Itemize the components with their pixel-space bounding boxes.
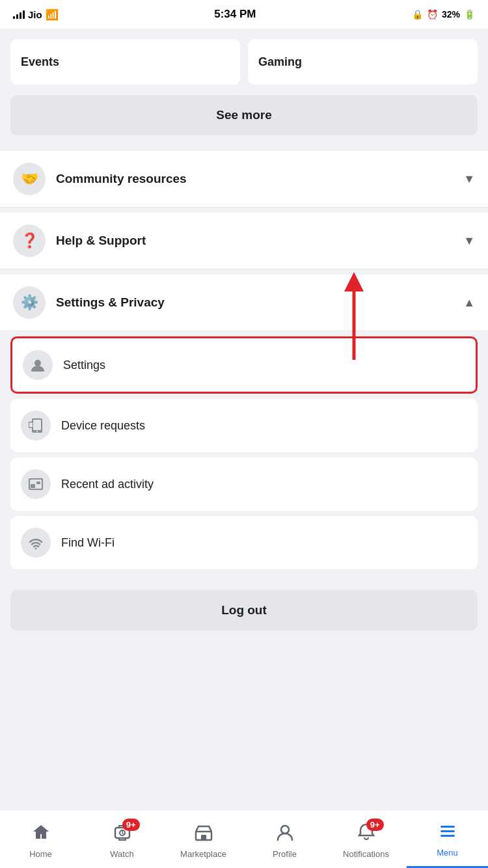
top-cards-row: Events Gaming <box>0 29 488 85</box>
lock-icon: 🔒 <box>412 9 423 20</box>
community-icon: 🤝 <box>13 163 46 195</box>
device-requests-label: Device requests <box>61 419 145 433</box>
battery-label: 32% <box>442 9 460 20</box>
svg-point-19 <box>281 826 289 834</box>
nav-home[interactable]: Home <box>0 810 81 868</box>
community-header[interactable]: 🤝 Community resources ▼ <box>0 151 488 207</box>
logout-section: Log out <box>0 580 488 641</box>
signal-icon <box>13 10 25 19</box>
nav-watch[interactable]: 9+ Watch <box>81 810 163 868</box>
main-content: Events Gaming See more 🤝 Community resou… <box>0 29 488 719</box>
svg-rect-20 <box>441 826 455 828</box>
help-title: Help & Support <box>56 234 463 248</box>
find-wifi-label: Find Wi-Fi <box>61 536 115 550</box>
status-right: 🔒 ⏰ 32% 🔋 <box>412 9 475 20</box>
notifications-label: Notifications <box>343 849 389 859</box>
settings-item-label: Settings <box>63 359 105 372</box>
watch-label: Watch <box>110 849 133 859</box>
nav-notifications[interactable]: 9+ Notifications <box>325 810 407 868</box>
community-title: Community resources <box>56 172 463 186</box>
svg-rect-21 <box>441 830 455 832</box>
help-section: ❓ Help & Support ▼ <box>0 213 488 269</box>
settings-item-icon <box>23 350 53 380</box>
alarm-icon: ⏰ <box>427 9 438 20</box>
svg-rect-5 <box>33 420 41 430</box>
svg-rect-8 <box>29 423 33 427</box>
nav-marketplace[interactable]: Marketplace <box>163 810 244 868</box>
marketplace-icon <box>194 822 213 847</box>
help-icon: ❓ <box>13 224 46 257</box>
divider-1 <box>0 146 488 151</box>
settings-section-icon: ⚙️ <box>13 286 46 319</box>
logout-button[interactable]: Log out <box>10 590 478 631</box>
recent-ad-icon <box>21 469 51 499</box>
svg-point-1 <box>34 360 41 366</box>
notifications-icon: 9+ <box>357 822 376 847</box>
help-header[interactable]: ❓ Help & Support ▼ <box>0 213 488 269</box>
recent-ad-item[interactable]: Recent ad activity <box>10 457 478 511</box>
wifi-icon: 📶 <box>46 8 59 21</box>
menu-label: Menu <box>437 848 458 858</box>
bottom-nav: Home 9+ Watch Marketplace <box>0 809 488 868</box>
settings-item[interactable]: Settings <box>10 336 478 394</box>
status-bar: Jio 📶 5:34 PM 🔒 ⏰ 32% 🔋 <box>0 0 488 29</box>
gaming-card[interactable]: Gaming <box>248 39 478 85</box>
notifications-badge: 9+ <box>366 819 384 831</box>
watch-badge: 9+ <box>122 819 140 831</box>
see-more-section: See more <box>0 85 488 146</box>
divider-3 <box>0 269 488 275</box>
svg-rect-18 <box>201 835 206 840</box>
find-wifi-icon <box>21 528 51 558</box>
settings-sub-items: Settings Device requests <box>0 331 488 580</box>
settings-header[interactable]: ⚙️ Settings & Privacy ▲ <box>0 275 488 331</box>
menu-icon <box>438 821 457 845</box>
svg-rect-11 <box>31 484 35 488</box>
settings-section: ⚙️ Settings & Privacy ▲ <box>0 275 488 331</box>
marketplace-label: Marketplace <box>180 849 226 859</box>
nav-profile[interactable]: Profile <box>244 810 325 868</box>
svg-rect-22 <box>441 835 455 837</box>
divider-2 <box>0 208 488 213</box>
svg-point-14 <box>35 548 37 550</box>
profile-icon <box>275 822 295 847</box>
status-left: Jio 📶 <box>13 8 59 21</box>
device-requests-item[interactable]: Device requests <box>10 399 478 452</box>
events-card[interactable]: Events <box>10 39 240 85</box>
help-chevron: ▼ <box>463 234 475 248</box>
svg-marker-3 <box>344 272 364 292</box>
device-requests-icon <box>21 411 51 441</box>
recent-ad-label: Recent ad activity <box>61 478 154 491</box>
svg-point-6 <box>36 431 38 432</box>
community-chevron: ▼ <box>463 172 475 186</box>
svg-rect-12 <box>36 481 40 484</box>
see-more-button[interactable]: See more <box>10 95 478 135</box>
red-arrow-svg <box>334 269 373 366</box>
status-time: 5:34 PM <box>214 8 256 21</box>
community-section: 🤝 Community resources ▼ <box>0 151 488 208</box>
home-label: Home <box>29 849 52 859</box>
battery-icon: 🔋 <box>464 9 475 20</box>
home-icon <box>31 822 51 847</box>
nav-menu[interactable]: Menu <box>407 810 488 868</box>
find-wifi-item[interactable]: Find Wi-Fi <box>10 516 478 569</box>
watch-icon: 9+ <box>113 822 132 847</box>
profile-label: Profile <box>273 849 297 859</box>
settings-section-title: Settings & Privacy <box>56 295 463 310</box>
carrier-label: Jio <box>28 9 42 20</box>
settings-chevron: ▲ <box>463 296 475 310</box>
